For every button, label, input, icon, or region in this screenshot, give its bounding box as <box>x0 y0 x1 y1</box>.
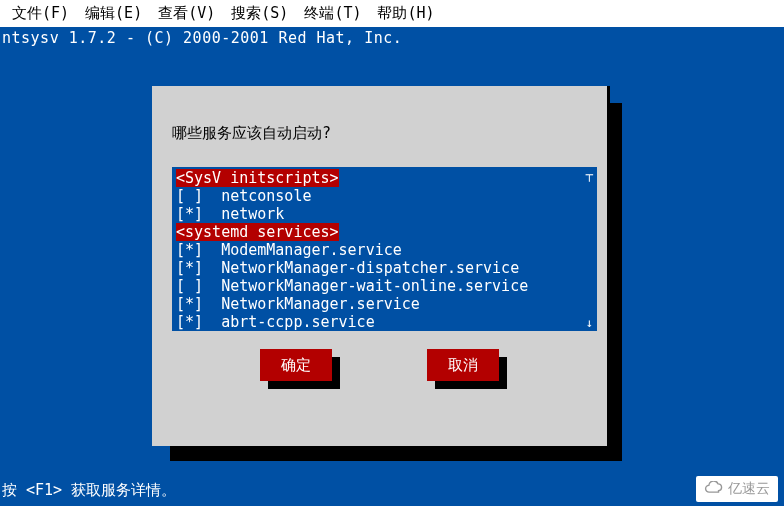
scroll-up-icon[interactable]: ┬ <box>586 169 593 181</box>
service-row[interactable]: [ ] netconsole <box>176 187 597 205</box>
service-row[interactable]: [*] NetworkManager.service <box>176 295 597 313</box>
service-row[interactable]: [*] NetworkManager-dispatcher.service <box>176 259 597 277</box>
sysv-header: <SysV initscripts> <box>176 169 339 187</box>
menu-view[interactable]: 查看(V) <box>158 4 215 23</box>
menu-help[interactable]: 帮助(H) <box>377 4 434 23</box>
menu-terminal[interactable]: 终端(T) <box>304 4 361 23</box>
watermark-text: 亿速云 <box>728 480 770 498</box>
ok-button[interactable]: 确定 <box>260 349 332 381</box>
service-row[interactable]: [ ] NetworkManager-wait-online.service <box>176 277 597 295</box>
scroll-down-icon[interactable]: ↓ <box>586 317 593 329</box>
menu-bar: 文件(F) 编辑(E) 查看(V) 搜索(S) 终端(T) 帮助(H) <box>0 0 784 27</box>
service-row[interactable]: [*] abrt-ccpp.service <box>176 313 597 331</box>
menu-file[interactable]: 文件(F) <box>12 4 69 23</box>
services-listbox[interactable]: ┬ <SysV initscripts> [ ] netconsole [*] … <box>172 167 597 331</box>
services-dialog: 哪些服务应该自动启动? ┬ <SysV initscripts> [ ] net… <box>152 86 607 446</box>
service-row[interactable]: [*] ModemManager.service <box>176 241 597 259</box>
menu-search[interactable]: 搜索(S) <box>231 4 288 23</box>
cancel-button[interactable]: 取消 <box>427 349 499 381</box>
dialog-button-row: 确定 取消 <box>172 349 587 381</box>
menu-edit[interactable]: 编辑(E) <box>85 4 142 23</box>
watermark: 亿速云 <box>696 476 778 502</box>
help-hint: 按 <F1> 获取服务详情。 <box>2 481 176 500</box>
cloud-icon <box>702 481 724 498</box>
dialog-title: 哪些服务应该自动启动? <box>172 124 587 143</box>
service-row[interactable]: [*] network <box>176 205 597 223</box>
app-version-line: ntsysv 1.7.2 - (C) 2000-2001 Red Hat, In… <box>0 27 784 47</box>
systemd-header: <systemd services> <box>176 223 339 241</box>
